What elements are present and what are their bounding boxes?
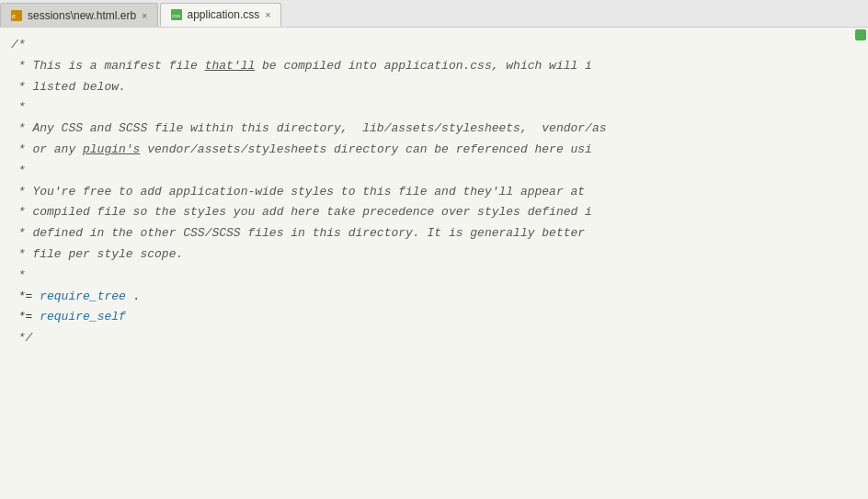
underline-plugins: plugin's: [83, 142, 140, 156]
code-line-9: * compiled file so the styles you add he…: [0, 202, 868, 223]
tab-bar: e sessions\new.html.erb × css applicatio…: [0, 0, 868, 28]
code-line-5: * Any CSS and SCSS file within this dire…: [0, 119, 868, 140]
code-line-1: /*: [0, 35, 868, 56]
tab-application-css[interactable]: css application.css ×: [160, 3, 281, 27]
code-line-4: *: [0, 97, 868, 119]
code-line-7: *: [0, 161, 868, 182]
editor-container: /* * This is a manifest file that'll be …: [0, 28, 868, 499]
tab-sessions-erb[interactable]: e sessions\new.html.erb ×: [0, 3, 158, 27]
code-line-2: * This is a manifest file that'll be com…: [0, 56, 868, 77]
code-line-8: * You're free to add application-wide st…: [0, 182, 868, 203]
code-line-10: * defined in the other CSS/SCSS files in…: [0, 223, 868, 244]
tab-sessions-close[interactable]: ×: [142, 10, 147, 21]
file-erb-icon: e: [10, 9, 23, 22]
tab-application-css-label: application.css: [188, 8, 260, 21]
svg-text:css: css: [172, 13, 180, 18]
code-line-12: *: [0, 266, 868, 287]
code-line-3: * listed below.: [0, 77, 868, 98]
code-line-6: * or any plugin's vendor/assets/styleshe…: [0, 140, 868, 161]
green-indicator: [855, 29, 866, 40]
code-line-11: * file per style scope.: [0, 244, 868, 266]
tab-application-css-close[interactable]: ×: [265, 9, 270, 20]
keyword-require-self: require_self: [40, 310, 126, 323]
svg-text:e: e: [12, 13, 16, 19]
file-css-icon: css: [170, 8, 183, 21]
code-line-14: *= require_self: [0, 307, 868, 328]
underline-thatll: that'll: [205, 59, 256, 73]
tab-sessions-label: sessions\new.html.erb: [28, 9, 136, 22]
code-line-15: */: [0, 328, 868, 349]
code-area[interactable]: /* * This is a manifest file that'll be …: [0, 28, 868, 499]
keyword-require-tree: require_tree: [40, 289, 126, 303]
code-line-13: *= require_tree .: [0, 287, 868, 308]
